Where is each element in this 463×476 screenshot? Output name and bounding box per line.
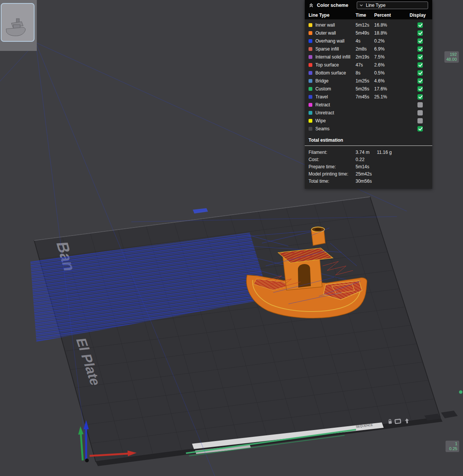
line-type-color-swatch: [309, 111, 312, 115]
y-axis-arrow: [81, 434, 83, 460]
total-estimation-heading: Total estimation: [305, 133, 432, 145]
panel-header: Color scheme Line Type: [305, 0, 432, 11]
line-type-percent: 18.8%: [374, 30, 396, 36]
line-type-color-swatch: [309, 71, 312, 75]
layer-number: 192: [446, 52, 457, 57]
line-type-color-swatch: [309, 23, 312, 27]
display-checkbox[interactable]: [417, 30, 423, 36]
line-type-color-swatch: [309, 63, 312, 67]
total-estimation: Filament: 3.74 m 11.16 g Cost: 0.22 Prep…: [305, 146, 432, 189]
line-type-time: 8s: [356, 70, 374, 76]
line-type-color-swatch: [309, 39, 312, 43]
line-type-label: Unretract: [315, 110, 334, 115]
line-type-percent: 25.1%: [374, 94, 396, 100]
display-checkbox[interactable]: [417, 118, 423, 123]
line-type-time: 1m25s: [356, 78, 374, 84]
plate-thumbnail[interactable]: [1, 3, 35, 42]
line-type-time: 5m49s: [356, 30, 374, 36]
table-row: Wipe: [309, 117, 427, 125]
col-line-type: Line Type: [309, 13, 356, 18]
line-type-color-swatch: [309, 55, 312, 59]
table-row: Outer wall 5m49s 18.8%: [309, 29, 427, 37]
view-type-dropdown[interactable]: Line Type: [357, 2, 428, 9]
table-row: Top surface 47s 2.6%: [309, 61, 427, 69]
step-slider-badge: 1 0.25: [446, 441, 459, 452]
line-type-label: Retract: [315, 102, 330, 108]
line-type-color-swatch: [309, 103, 312, 107]
display-checkbox[interactable]: [417, 78, 423, 84]
line-type-time: 2m8s: [356, 46, 374, 52]
total-row: Total time: 30m56s: [309, 177, 427, 185]
plate-handle-cutout-2: [441, 411, 458, 418]
color-scheme-panel: Color scheme Line Type Line Type Time Pe…: [305, 0, 432, 189]
layer-slider-handle[interactable]: [459, 391, 463, 394]
total-row: Model printing time: 25m42s: [309, 170, 427, 177]
table-row: Internal solid infill 2m19s 7.5%: [309, 53, 427, 61]
display-checkbox[interactable]: [417, 46, 423, 52]
display-checkbox[interactable]: [417, 22, 423, 28]
line-type-time: 5m12s: [356, 22, 374, 28]
total-value-2: 11.16 g: [377, 150, 392, 155]
line-type-label: Travel: [315, 94, 328, 100]
line-type-label: Bridge: [315, 78, 329, 84]
col-time: Time: [356, 13, 374, 18]
benchy-doorway: [298, 264, 311, 288]
line-type-color-swatch: [309, 79, 312, 83]
total-row: Prepare time: 5m14s: [309, 163, 427, 170]
display-checkbox[interactable]: [417, 54, 423, 60]
line-type-label: Custom: [315, 86, 331, 92]
display-checkbox[interactable]: [417, 62, 423, 68]
panel-title: Color scheme: [317, 3, 348, 8]
table-row: Overhang wall 4s 0.2%: [309, 37, 427, 45]
line-type-color-swatch: [309, 31, 312, 35]
layer-slider-badge: 192 48.00: [444, 51, 459, 63]
col-display: Display: [409, 13, 426, 18]
total-value: 3.74 m: [356, 150, 377, 155]
display-checkbox[interactable]: [417, 110, 423, 115]
line-type-label: Wipe: [315, 118, 326, 123]
line-type-time: 7m45s: [356, 94, 374, 100]
line-type-color-swatch: [309, 47, 312, 51]
chevron-down-icon: [359, 3, 363, 7]
display-checkbox[interactable]: [417, 126, 423, 131]
axis-origin: [85, 459, 89, 462]
col-percent: Percent: [374, 13, 396, 18]
table-row: Custom 5m26s 17.6%: [309, 85, 427, 93]
line-type-label: Seams: [315, 126, 329, 131]
display-checkbox[interactable]: [417, 38, 423, 44]
table-row: Sparse infill 2m8s 6.9%: [309, 45, 427, 53]
line-type-label: Top surface: [315, 62, 339, 68]
total-value: 0.22: [356, 157, 377, 162]
line-type-time: 4s: [356, 38, 374, 44]
line-type-percent: 4.6%: [374, 78, 396, 84]
display-checkbox[interactable]: [417, 86, 423, 92]
total-label: Filament:: [309, 150, 356, 155]
line-type-percent: 7.5%: [374, 54, 396, 60]
line-type-color-swatch: [309, 87, 312, 91]
table-row: Seams: [309, 125, 427, 133]
layer-height: 48.00: [446, 57, 457, 62]
total-row: Cost: 0.22: [309, 156, 427, 163]
line-type-percent: 0.2%: [374, 38, 396, 44]
line-type-time: 5m26s: [356, 86, 374, 92]
display-checkbox[interactable]: [417, 94, 423, 100]
table-row: Unretract: [309, 109, 427, 117]
plate-thumbnail-strip: [0, 0, 37, 51]
total-value: 5m14s: [356, 164, 377, 169]
line-type-percent: 6.9%: [374, 46, 396, 52]
y-axis-head: [78, 426, 83, 435]
double-chevron-up-icon[interactable]: [309, 3, 314, 8]
line-type-color-swatch: [309, 119, 312, 123]
total-label: Prepare time:: [309, 164, 356, 169]
display-checkbox[interactable]: [417, 102, 423, 108]
line-type-label: Overhang wall: [315, 38, 345, 44]
table-row: Bottom surface 8s 0.5%: [309, 69, 427, 77]
total-label: Model printing time:: [309, 171, 356, 177]
total-value: 30m56s: [356, 179, 377, 184]
line-type-percent: 2.6%: [374, 62, 396, 68]
table-row: Retract: [309, 101, 427, 109]
dropdown-value: Line Type: [366, 3, 386, 8]
display-checkbox[interactable]: [417, 70, 423, 76]
step-value: 0.25: [447, 446, 457, 451]
step-number: 1: [447, 441, 457, 446]
